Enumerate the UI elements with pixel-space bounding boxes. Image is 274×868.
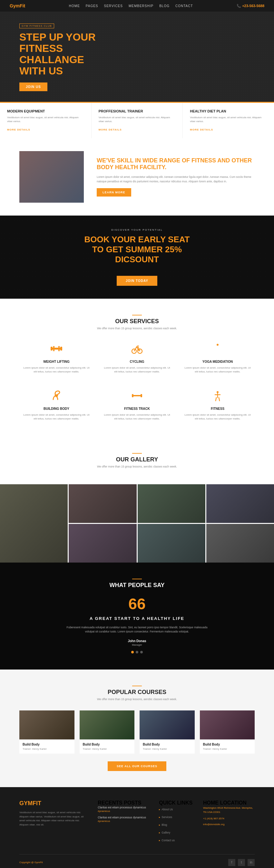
testimonial-dot-1[interactable] [136,651,138,653]
skills-text: WE'VE SKILL IN WIDE RANGE OF FITNESS AND… [97,157,255,196]
barbell-icon [23,343,90,357]
footer-copyright: Copyright @ GymFit [19,861,43,864]
footer-link-gallery[interactable]: Gallery [161,831,170,834]
nav-blog[interactable]: Blog [159,4,170,8]
course-info-0: Build Body Trainer: Henry Karter [19,739,74,754]
facebook-icon[interactable]: f [228,859,235,866]
see-all-courses-button[interactable]: SEE ALL OUR COURSES [108,761,166,771]
footer-post-sub-0: dynamicus [98,810,149,813]
instagram-icon[interactable]: in [248,859,255,866]
skills-image-placeholder [19,151,84,203]
gallery-item-5 [138,524,205,563]
gallery-subtitle: We offer more than 15 group lessons, aer… [19,465,255,468]
footer-link-about[interactable]: About Us [161,808,173,811]
arm-icon [23,390,90,404]
gallery-item-2 [206,484,274,523]
promo-heading: BOOK YOUR EARLY SEAT TO GET SUMMER 25% D… [6,235,268,265]
feature-link-0[interactable]: MORE DETAILS [7,128,30,131]
nav-membership[interactable]: Membership [129,4,153,8]
feature-desc-2: Vestibulum sit amet blac augue, sit amet… [190,116,267,123]
hero-headline: STEP UP YOUR FITNESS CHALLANGE WITH US [19,32,96,77]
feature-desc-1: Vestibulum sit amet blac augue, sit amet… [99,116,176,123]
footer-post-title-1: Claritas est etiam processus dynamicus [98,816,149,819]
footer-links-list: About Us Services Blog Gallery Contact u… [159,806,193,842]
footer-link-4: Contact us [159,837,193,842]
footer-link-services[interactable]: Services [161,815,172,819]
course-title-1: Build Body [83,743,131,746]
feature-title-2: HEALTHY DIET PLAN [190,109,267,113]
yoga-icon [184,343,251,357]
nav-home[interactable]: Home [69,4,80,8]
footer-brand-desc: Vestibulum sit amet blac augue, sit amet… [19,811,88,827]
course-card-1: Build Body Trainer: Henry Karter [80,710,135,754]
promo-cta-button[interactable]: JOIN TODAY [117,276,157,286]
footer-email: info@domdslik.org [203,822,255,827]
footer-recents-title: RECENTS POSTS [98,800,149,806]
svg-point-8 [217,344,218,346]
service-name-0: WEIGHT LIFTING [23,360,90,364]
service-name-4: FITNESS TRACK [103,407,171,410]
fitness-icon [184,390,251,404]
promo-tag: DISCOVER YOUR POTENTIAL [6,228,268,231]
service-desc-3: Lorem ipsum dolor sit amet, consectetur … [23,413,90,421]
footer-social: f t in [228,859,255,866]
service-name-5: FITNESS [184,407,251,410]
service-desc-2: Lorem ipsum dolor sit amet, consectetur … [184,366,251,374]
feature-link-2[interactable]: MORE DETAILS [190,128,213,131]
service-cycling: CYCLING Lorem ipsum dolor sit amet, cons… [100,340,174,377]
dumbell-icon [103,390,171,404]
testimonial-section: WHAT PEOPLE SAY 66 A GREAT START TO A HE… [0,563,274,670]
service-name-3: BUILDING BODY [23,407,90,410]
course-title-0: Build Body [23,743,71,746]
testimonial-title: WHAT PEOPLE SAY [19,582,255,589]
courses-grid: Build Body Trainer: Henry Karter Build B… [19,710,255,754]
footer-logo-gym: GYM [19,800,33,806]
gallery-title: OUR GALLERY [19,456,255,463]
footer-quicklinks-title: QUICK LINKS [159,800,193,806]
feature-trainer: PROFFESIONAL TRAINER Vestibulum sit amet… [92,103,183,138]
svg-rect-11 [132,394,133,397]
feature-link-1[interactable]: MORE DETAILS [99,128,122,131]
hero-cta-button[interactable]: JOIN US [19,83,48,91]
svg-point-9 [55,394,58,397]
course-info-3: Build Body Trainer: Henry Karter [200,739,255,754]
nav-logo: GymFit [10,3,25,8]
course-card-2: Build Body Trainer: Henry Karter [140,710,195,754]
nav-contact[interactable]: Contact [175,4,193,8]
gallery-item-4 [69,524,136,563]
testimonial-role: Manager [19,644,255,646]
footer-address: Washington 6516 Richmond Ave. Memphis, T… [203,806,255,814]
footer-post-0: Claritas est etiam processus dynamicus d… [98,806,149,813]
footer-link-contact[interactable]: Contact us [161,839,175,842]
gallery-grid [0,484,274,563]
service-desc-1: Lorem ipsum dolor sit amet, consectetur … [103,366,171,374]
twitter-icon[interactable]: t [238,859,245,866]
service-building-body: BUILDING BODY Lorem ipsum dolor sit amet… [19,386,93,424]
course-title-2: Build Body [143,743,191,746]
testimonial-dot-0[interactable] [131,651,134,653]
nav-pages[interactable]: Pages [86,4,98,8]
service-name-2: YOGA MEDIDATION [184,360,251,364]
footer-grid: GYMFIT Vestibulum sit amet blac augue, s… [19,800,255,844]
service-desc-5: Lorem ipsum dolor sit amet, consectetur … [184,413,251,421]
course-sub-2: Trainer: Henry Karter [143,747,191,750]
footer-brand-col: GYMFIT Vestibulum sit amet blac augue, s… [19,800,88,844]
hero-tag: GYM FITNESS CLUB [19,24,54,28]
testimonial-dot-2[interactable] [140,651,143,653]
gallery-title-line [132,453,142,454]
navbar: GymFit Home Pages Services Membership Bl… [0,0,274,11]
footer-link-blog[interactable]: Blog [161,823,167,827]
footer-post-sub-1: dynamicus [98,820,149,823]
nav-services[interactable]: Services [104,4,123,8]
testimonial-dots [19,651,255,653]
gallery-item-1 [138,484,205,523]
svg-rect-12 [141,394,142,397]
footer-quicklinks-col: QUICK LINKS About Us Services Blog Galle… [159,800,193,844]
testimonial-title-line [132,579,142,579]
footer-post-title-0: Claritas est etiam processus dynamicus [98,806,149,809]
services-section: OUR SERVICES We offer more than 15 group… [0,299,274,440]
skills-learn-btn[interactable]: LEARN MORE [97,188,131,196]
feature-diet: HEALTHY DIET PLAN Vestibulum sit amet bl… [183,103,274,138]
svg-point-7 [138,349,139,350]
svg-rect-10 [132,395,142,396]
